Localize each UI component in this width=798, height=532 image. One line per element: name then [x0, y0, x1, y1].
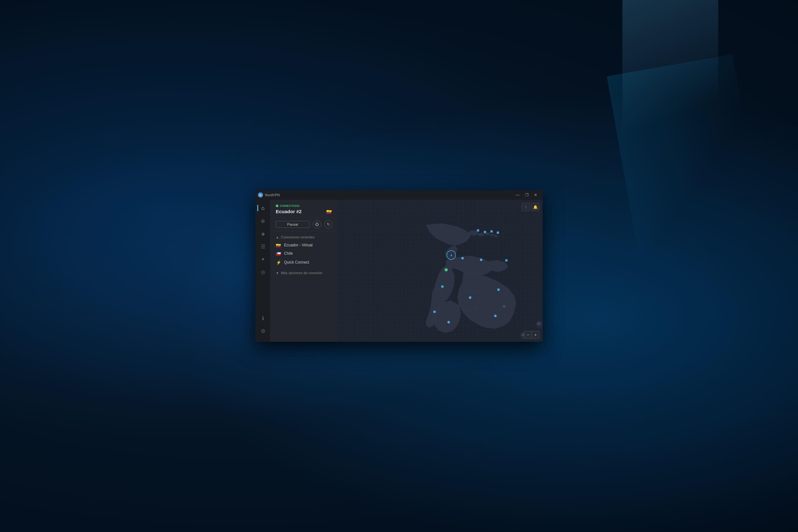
map-upload-button[interactable]: ↑: [521, 203, 530, 211]
close-button[interactable]: ✕: [531, 191, 540, 198]
server-dot-caribbean2[interactable]: [483, 231, 486, 233]
country-flag-ecuador: 🇪🇨: [326, 209, 332, 214]
sidebar-item-globe[interactable]: ⊕: [257, 215, 269, 227]
app-title: NordVPN: [265, 193, 280, 197]
sidebar-item-star[interactable]: ✦: [257, 253, 269, 265]
sidebar-top: ⌂ ⊕ ◈ ☰ ✦ ◎: [257, 202, 269, 312]
pause-button[interactable]: Pausar: [276, 221, 310, 228]
title-bar: N NordVPN — ❐ ✕: [255, 190, 543, 200]
status-dot: [276, 205, 278, 207]
sidebar-item-home[interactable]: ⌂: [257, 202, 269, 214]
app-body: ⌂ ⊕ ◈ ☰ ✦ ◎ ℹ ⚙ CONECTADO Ecuador #: [255, 200, 543, 342]
cluster-number: 4: [450, 253, 452, 257]
recent-connections-header[interactable]: ▲ Conexiones recientes: [271, 234, 338, 241]
server-dot-ecuador-connected[interactable]: [445, 268, 448, 271]
server-dot-bolivia[interactable]: [469, 297, 472, 299]
connection-title: Ecuador #2 🇪🇨: [276, 209, 332, 214]
quick-connect-label: Quick Connect: [284, 260, 309, 265]
app-logo: N: [258, 192, 263, 197]
more-options: ▼ Más opciones de conexión: [271, 270, 338, 277]
sidebar: ⌂ ⊕ ◈ ☰ ✦ ◎ ℹ ⚙: [255, 200, 271, 342]
chile-label: Chile: [284, 251, 293, 255]
map-zoom-controls: − +: [524, 331, 539, 339]
control-buttons: Pausar ⏻ ↻: [271, 217, 338, 231]
map-area: ↑ 🔔: [338, 200, 543, 342]
server-dot-venezuela[interactable]: [480, 259, 482, 261]
title-bar-controls: — ❐ ✕: [513, 191, 540, 198]
server-dot-caribbean3[interactable]: [490, 230, 493, 233]
status-badge: CONECTADO: [276, 204, 332, 207]
server-dot-brazil1[interactable]: [497, 288, 500, 291]
lightning-icon: ⚡: [276, 260, 282, 265]
map-top-right: ↑ 🔔: [521, 203, 539, 211]
zoom-in-button[interactable]: +: [532, 331, 539, 339]
title-bar-left: N NordVPN: [258, 192, 280, 197]
server-dot-colombia1[interactable]: [461, 257, 464, 260]
server-ghost-dot1: [503, 305, 506, 308]
server-dot-argentina[interactable]: [448, 321, 450, 324]
server-dot-chile[interactable]: [433, 310, 436, 313]
svg-point-4: [478, 233, 484, 236]
ecuador-virtual-label: Ecuador - Virtual: [284, 243, 312, 247]
flag-chile: 🇨🇱: [276, 251, 282, 255]
quick-connect-item[interactable]: ⚡ Quick Connect: [271, 258, 338, 267]
status-text: CONECTADO: [280, 204, 300, 207]
server-dot-guyana[interactable]: [505, 259, 508, 262]
recent-connections-title: Conexiones recientes: [281, 235, 315, 239]
restore-button[interactable]: ❐: [522, 191, 531, 198]
server-name: Ecuador #2: [276, 209, 302, 214]
connection-item-ecuador-virtual[interactable]: 🇪🇨 Ecuador - Virtual: [271, 241, 338, 249]
more-options-text: Más opciones de conexión: [281, 271, 322, 275]
flag-ecuador-virtual: 🇪🇨: [276, 243, 282, 247]
section-chevron-up: ▲: [276, 235, 279, 239]
sidebar-item-shield[interactable]: ◈: [257, 228, 269, 239]
server-ghost-dot2: [537, 322, 540, 325]
refresh-button[interactable]: ↻: [324, 220, 332, 228]
sidebar-bottom: ℹ ⚙: [257, 312, 269, 339]
panel: CONECTADO Ecuador #2 🇪🇨 Pausar ⏻ ↻ ▲ Con…: [271, 200, 338, 342]
svg-point-5: [485, 233, 490, 235]
more-options-button[interactable]: ▼ Más opciones de conexión: [276, 271, 332, 275]
server-dot-caribbean1[interactable]: [477, 229, 479, 232]
svg-point-6: [490, 234, 494, 236]
connection-item-chile[interactable]: 🇨🇱 Chile: [271, 249, 338, 258]
svg-point-3: [469, 230, 478, 235]
server-dot-brazil2[interactable]: [494, 315, 497, 317]
server-dot-peru[interactable]: [441, 285, 444, 288]
power-button[interactable]: ⏻: [313, 220, 321, 228]
map-notification-button[interactable]: 🔔: [531, 203, 539, 211]
sidebar-item-list[interactable]: ☰: [257, 241, 269, 252]
sidebar-item-info[interactable]: ℹ: [257, 312, 269, 324]
svg-point-7: [494, 235, 498, 237]
zoom-out-button[interactable]: −: [524, 331, 532, 339]
app-window: N NordVPN — ❐ ✕ ⌂ ⊕ ◈ ☰ ✦ ◎ ℹ ⚙: [255, 190, 543, 342]
sidebar-item-vpn[interactable]: ◎: [257, 266, 269, 278]
sidebar-item-settings[interactable]: ⚙: [257, 325, 269, 337]
server-dot-caribbean4[interactable]: [497, 231, 499, 234]
minimize-button[interactable]: —: [513, 191, 522, 198]
world-map: 4: [338, 200, 543, 342]
connection-status: CONECTADO Ecuador #2 🇪🇨: [271, 200, 338, 217]
recent-connections: ▲ Conexiones recientes 🇪🇨 Ecuador - Virt…: [271, 231, 338, 270]
more-options-chevron: ▼: [276, 271, 279, 275]
